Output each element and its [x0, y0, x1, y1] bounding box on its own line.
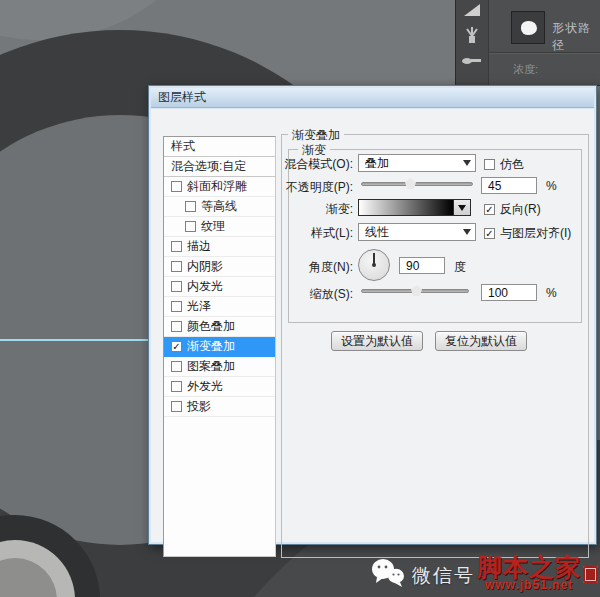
cyan-guide-line [0, 339, 149, 341]
scale-slider-thumb[interactable] [411, 285, 422, 296]
blend-mode-label: 混合模式(O): [203, 156, 353, 173]
opacity-unit: % [546, 179, 557, 193]
style-list-item[interactable]: 颜色叠加 [164, 317, 275, 337]
history-brush-icon[interactable] [463, 26, 481, 46]
gradient-swatch[interactable] [359, 200, 454, 215]
angle-dial[interactable] [358, 249, 390, 281]
styles-header[interactable]: 样式 [164, 137, 275, 157]
angle-unit: 度 [454, 259, 466, 276]
style-label: 外发光 [187, 378, 223, 395]
site-name: 脚本之家 [477, 556, 581, 580]
density-label: 浓度: [513, 62, 538, 77]
set-default-button[interactable]: 设置为默认值 [331, 331, 423, 351]
style-checkbox[interactable] [171, 321, 182, 332]
tool-strip [456, 0, 489, 86]
style-checkbox[interactable] [185, 201, 196, 212]
dialog-body: 样式 混合选项:自定 斜面和浮雕 等高线 纹理 [151, 109, 594, 542]
style-list-item[interactable]: ✓ 渐变叠加 [164, 337, 275, 357]
style-checkbox[interactable]: ✓ [171, 341, 182, 352]
angle-input[interactable]: 90 [399, 257, 445, 274]
scale-slider[interactable] [361, 284, 469, 296]
wechat-label: 微信号 [412, 563, 475, 589]
align-checkbox[interactable]: ✓ [484, 228, 495, 239]
gradient-picker[interactable] [358, 199, 471, 216]
style-list-item[interactable]: 图案叠加 [164, 357, 275, 377]
scale-label: 缩放(S): [203, 286, 353, 303]
photoshop-options-panel: 形状路径 浓度: [455, 0, 600, 86]
style-checkbox[interactable] [171, 381, 182, 392]
opacity-slider[interactable] [361, 177, 473, 189]
style-checkbox[interactable] [171, 181, 182, 192]
reverse-checkbox[interactable]: ✓ [484, 204, 495, 215]
panel-collapse-icon[interactable] [462, 2, 482, 18]
site-url: www.jb51.net [477, 578, 581, 592]
style-checkbox[interactable] [171, 281, 182, 292]
chevron-down-icon [463, 160, 471, 166]
style-label: 投影 [187, 398, 211, 415]
wechat-icon [370, 556, 406, 593]
style-checkbox[interactable] [185, 221, 196, 232]
align-checkbox-row[interactable]: ✓ 与图层对齐(I) [484, 225, 571, 242]
opacity-slider-thumb[interactable] [405, 178, 416, 189]
style-label: 图案叠加 [187, 358, 235, 375]
angle-label: 角度(N): [203, 259, 353, 276]
gradient-dropdown-button[interactable] [454, 200, 470, 215]
style-list-item[interactable]: 投影 [164, 397, 275, 417]
watermark-site: 脚本之家 www.jb51.net [477, 556, 581, 592]
chevron-down-icon [463, 229, 471, 235]
shape-path-label: 形状路径 [552, 20, 600, 54]
style-checkbox[interactable] [171, 261, 182, 272]
eyedropper-icon[interactable] [461, 54, 483, 66]
style-checkbox[interactable] [171, 301, 182, 312]
scale-unit: % [546, 286, 557, 300]
style-label: 样式(L): [203, 225, 353, 242]
dither-checkbox[interactable] [484, 159, 495, 170]
angle-center-dot [372, 263, 376, 267]
style-checkbox[interactable] [171, 361, 182, 372]
style-list-item[interactable]: 外发光 [164, 377, 275, 397]
dialog-title: 图层样式 [158, 89, 206, 106]
gradient-label: 渐变: [203, 201, 353, 218]
panel-divider [489, 52, 600, 53]
styles-list-panel: 样式 混合选项:自定 斜面和浮雕 等高线 纹理 [163, 136, 276, 557]
dialog-titlebar[interactable]: 图层样式 [151, 88, 594, 108]
style-checkbox[interactable] [171, 401, 182, 412]
blend-mode-select[interactable]: 叠加 [358, 154, 476, 172]
chevron-down-icon [458, 205, 466, 211]
watermark: 微信号 脚本之家 www.jb51.net [370, 556, 598, 593]
style-checkbox[interactable] [171, 241, 182, 252]
scale-input[interactable]: 100 [481, 284, 537, 301]
style-label: 渐变叠加 [187, 338, 235, 355]
style-label: 颜色叠加 [187, 318, 235, 335]
shape-blob [521, 21, 537, 35]
opacity-input[interactable]: 45 [481, 177, 537, 194]
red-seal-icon [583, 566, 598, 583]
layer-style-dialog: 图层样式 样式 混合选项:自定 斜面和浮雕 等高线 [148, 85, 597, 545]
opacity-label: 不透明度(P): [203, 179, 353, 196]
reset-default-button[interactable]: 复位为默认值 [435, 331, 527, 351]
dither-checkbox-row[interactable]: 仿色 [484, 156, 524, 173]
screenshot-root: 形状路径 浓度: 图层样式 样式 混合选项:自定 斜面和浮雕 [0, 0, 600, 597]
shape-thumbnail[interactable] [511, 11, 545, 44]
style-select[interactable]: 线性 [358, 223, 476, 241]
reverse-checkbox-row[interactable]: ✓ 反向(R) [484, 201, 541, 218]
opacity-slider-track[interactable] [361, 182, 473, 186]
